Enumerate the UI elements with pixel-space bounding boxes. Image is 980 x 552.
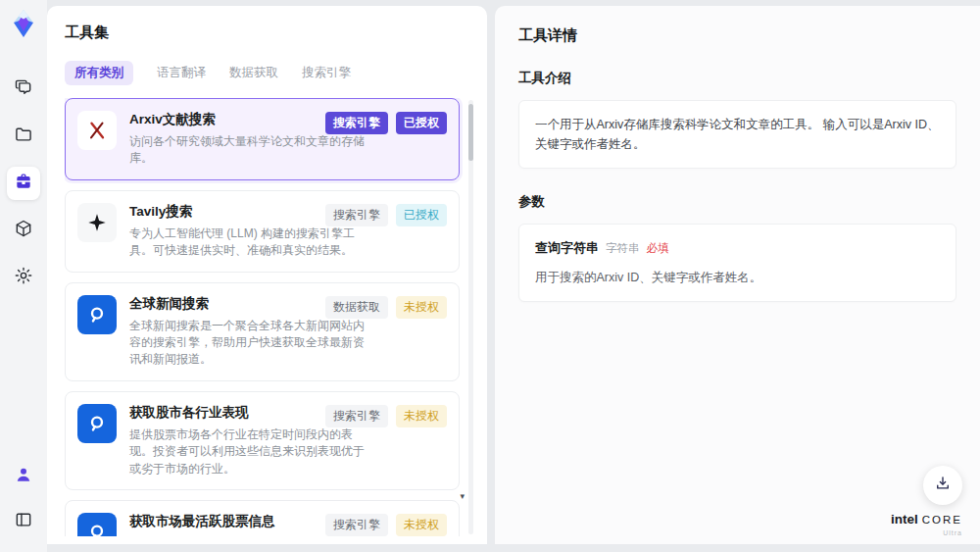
chat-icon [14, 77, 33, 101]
scroll-down-caret-icon[interactable]: ▾ [460, 492, 465, 501]
user-avatar-icon [14, 465, 33, 488]
sidebar-item-toolset[interactable] [7, 167, 40, 200]
sidebar-item-files[interactable] [7, 120, 40, 153]
tab-所有类别[interactable]: 所有类别 [65, 61, 133, 85]
brand-word-intel: intel [891, 512, 918, 527]
param-required-badge: 必填 [647, 239, 669, 257]
param-name: 查询字符串 [535, 238, 599, 259]
arxiv-logo-icon [77, 111, 117, 150]
folder-icon [14, 125, 33, 148]
sidebar-item-settings[interactable] [7, 261, 40, 294]
param-desc: 用于搜索的Arxiv ID、关键字或作者姓名。 [535, 268, 940, 287]
param-type: 字符串 [606, 239, 640, 257]
param-box: 查询字符串 字符串 必填 用于搜索的Arxiv ID、关键字或作者姓名。 [518, 224, 956, 302]
settings-gear-icon [14, 266, 33, 289]
news-search-icon [77, 513, 117, 536]
intro-box: 一个用于从Arxiv存储库搜索科学论文和文章的工具。 输入可以是Arxiv ID… [518, 100, 956, 169]
brand-sub-label: Ultra [891, 529, 962, 536]
intel-core-logo: intelCORE Ultra [891, 511, 962, 536]
details-title: 工具详情 [518, 26, 956, 45]
tool-description: 访问各个研究领域大量科学论文和文章的存储库。 [129, 133, 370, 168]
params-heading: 参数 [518, 193, 956, 211]
toolset-panel: 工具集 所有类别语言翻译数据获取搜索引擎 Arxiv文献搜索 访问各个研究领域大… [47, 6, 487, 544]
sidebar-bottom [7, 460, 40, 552]
tab-搜索引擎[interactable]: 搜索引擎 [302, 61, 351, 85]
tool-auth-badge: 未授权 [396, 514, 447, 536]
tool-tags: 搜索引擎 已授权 [325, 112, 447, 134]
sidebar-nav [7, 73, 40, 294]
tool-description: 提供股票市场各个行业在特定时间段内的表现。投资者可以利用这些信息来识别表现优于或… [129, 427, 370, 477]
tool-auth-badge: 已授权 [396, 112, 447, 134]
tool-category-tag: 搜索引擎 [325, 112, 388, 134]
scrollbar-thumb[interactable] [468, 104, 473, 161]
tool-description: 专为人工智能代理 (LLM) 构建的搜索引擎工具。可快速提供实时、准确和真实的结… [129, 226, 370, 260]
tool-category-tag: 搜索引擎 [325, 405, 388, 427]
panel-layout-icon [14, 510, 33, 533]
app-logo-gem-icon[interactable] [8, 8, 39, 39]
scrollbar-track[interactable] [468, 100, 473, 534]
sidebar-item-packages[interactable] [7, 214, 40, 247]
param-row: 查询字符串 字符串 必填 [535, 238, 940, 259]
tool-card[interactable]: Tavily搜索 专为人工智能代理 (LLM) 构建的搜索引擎工具。可快速提供实… [65, 190, 460, 273]
tool-category-tag: 搜索引擎 [325, 204, 388, 226]
tool-category-tag: 搜索引擎 [325, 514, 388, 536]
tool-category-tag: 数据获取 [325, 296, 388, 319]
category-tabs: 所有类别语言翻译数据获取搜索引擎 [65, 61, 473, 85]
tool-tags: 搜索引擎 已授权 [325, 204, 447, 226]
package-icon [14, 219, 33, 242]
tool-card[interactable]: Arxiv文献搜索 访问各个研究领域大量科学论文和文章的存储库。 搜索引擎 已授… [65, 98, 460, 180]
tab-语言翻译[interactable]: 语言翻译 [157, 61, 206, 85]
tool-auth-badge: 已授权 [396, 204, 447, 226]
tool-description: 全球新闻搜索是一个聚合全球各大新闻网站内容的搜索引擎，帮助用户快速获取全球最新资… [129, 318, 370, 369]
tool-tags: 搜索引擎 未授权 [325, 405, 447, 427]
tab-数据获取[interactable]: 数据获取 [229, 61, 278, 85]
page-title: 工具集 [65, 24, 473, 42]
tool-card[interactable]: 获取市场最活跃股票信息 提供当天交易量最高的股票列表，投资者可以利用这些信息来识… [65, 500, 460, 536]
tool-auth-badge: 未授权 [396, 405, 447, 427]
download-button[interactable] [923, 466, 962, 505]
tool-tags: 搜索引擎 未授权 [325, 514, 447, 536]
tool-tags: 数据获取 未授权 [325, 296, 447, 319]
tool-list: Arxiv文献搜索 访问各个研究领域大量科学论文和文章的存储库。 搜索引擎 已授… [65, 98, 473, 536]
sparkle-star-icon [77, 203, 117, 242]
news-search-icon [77, 404, 117, 443]
tool-card[interactable]: 获取股市各行业表现 提供股票市场各个行业在特定时间段内的表现。投资者可以利用这些… [65, 391, 460, 490]
tool-card[interactable]: 全球新闻搜索 全球新闻搜索是一个聚合全球各大新闻网站内容的搜索引擎，帮助用户快速… [65, 282, 460, 381]
tool-details-panel: 工具详情 工具介绍 一个用于从Arxiv存储库搜索科学论文和文章的工具。 输入可… [495, 6, 980, 544]
sidebar-item-chat[interactable] [7, 73, 40, 106]
sidebar-item-account[interactable] [7, 460, 40, 493]
news-search-icon [77, 295, 117, 334]
brand-word-core: CORE [922, 514, 962, 526]
tool-auth-badge: 未授权 [396, 296, 447, 319]
app-sidebar [0, 0, 47, 552]
download-icon [934, 475, 952, 496]
toolbox-icon [14, 172, 33, 195]
sidebar-item-collapse[interactable] [7, 505, 40, 538]
intro-heading: 工具介绍 [518, 70, 956, 87]
intro-text: 一个用于从Arxiv存储库搜索科学论文和文章的工具。 输入可以是Arxiv ID… [535, 118, 940, 151]
